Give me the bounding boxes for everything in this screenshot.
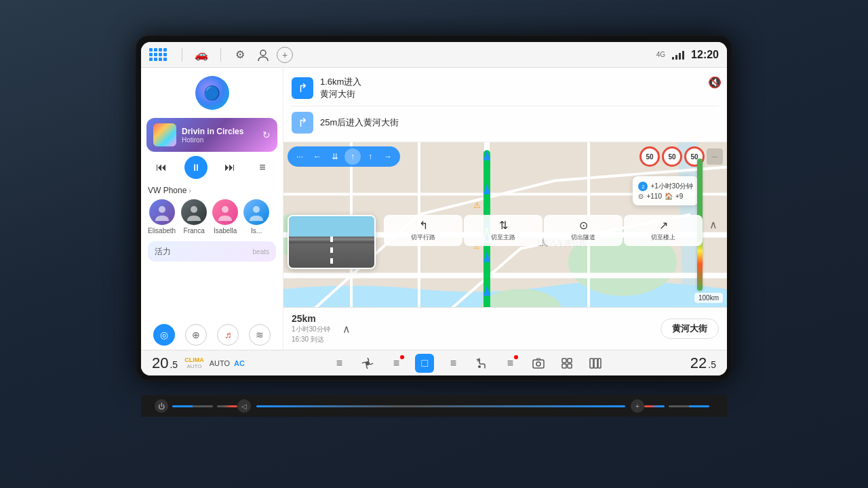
map-more-btn[interactable]: ··· — [292, 148, 308, 165]
nav-action-parallel[interactable]: ↰ 切平行路 — [384, 215, 462, 246]
speed-signs: 50 50 50 ··· — [639, 146, 723, 167]
driver-icon[interactable] — [254, 45, 273, 64]
svg-point-33 — [536, 362, 540, 366]
nav-panel: ↱ 1.6km进入 黄河大街 ↱ 25m后进入黄河大街 🔇 — [283, 68, 727, 350]
album-art — [153, 123, 176, 146]
route-control-bar[interactable]: ··· ← ⇊ ↑ ↑ → — [288, 146, 400, 167]
vitality-sub: beats — [253, 248, 269, 256]
divider1 — [182, 48, 182, 62]
contact-4[interactable]: Is... — [243, 199, 269, 235]
sync-icon[interactable]: ↻ — [262, 129, 271, 140]
vitality-section: 活力 beats — [148, 241, 276, 262]
auto-button[interactable]: AUTO — [210, 359, 230, 367]
beats-icon[interactable]: ♬ — [217, 324, 239, 346]
apps-grid-icon[interactable] — [149, 48, 167, 61]
contact-name: Franca — [184, 227, 205, 235]
svg-rect-37 — [568, 364, 572, 368]
nav-action-main[interactable]: ⇅ 切至主路 — [464, 215, 542, 246]
contact-elisabeth[interactable]: Elisabeth — [148, 199, 176, 235]
temp-right-value: 22 — [690, 354, 707, 372]
ac-button[interactable]: AC — [234, 359, 245, 367]
left-fan-slider[interactable] — [172, 405, 213, 407]
next-button[interactable]: ⏭ — [220, 158, 239, 177]
settings-icon[interactable]: ⚙ — [231, 45, 250, 64]
route-choice-popup[interactable]: 2 +1小时30分钟 ⊙ +110 🏠 +9 — [633, 176, 698, 205]
play-pause-button[interactable]: ⏸ — [184, 156, 208, 179]
divider2 — [220, 48, 221, 62]
expand-chevron[interactable]: ∧ — [337, 319, 356, 338]
speed-sign-2: 50 — [662, 146, 682, 167]
turn-left-btn[interactable]: ← — [309, 148, 326, 165]
main-slider[interactable] — [256, 405, 625, 407]
signal-text: 4G — [656, 51, 665, 58]
map-container[interactable]: ⚠ ⚠ 上海汽车博公园 W E N S ··· — [283, 142, 727, 307]
svg-point-2 — [191, 206, 197, 213]
menu-icon-4[interactable]: ≡ — [500, 354, 519, 373]
grid-icon-sys[interactable] — [557, 354, 576, 373]
svg-rect-39 — [594, 359, 597, 368]
clima-sub: AUTO — [186, 363, 201, 369]
route-option-row: 2 +1小时30分钟 — [638, 182, 693, 191]
contact-name: Is... — [251, 227, 262, 235]
add-widget-button[interactable]: + — [277, 47, 293, 63]
svg-point-31 — [478, 365, 481, 368]
right-btn[interactable]: → — [380, 148, 396, 165]
home-button[interactable]: □ — [415, 354, 434, 373]
up-btn[interactable]: ↑ — [344, 148, 361, 165]
volume-icon[interactable]: 🔇 — [708, 76, 722, 89]
eta-info: 25km 1小时30分钟 16:30 到达 — [292, 313, 330, 344]
turn-arrow-2: ↱ — [292, 112, 313, 134]
svg-point-3 — [222, 206, 229, 213]
svg-rect-35 — [568, 359, 572, 363]
nav-action-tunnel[interactable]: ⊙ 切出隧道 — [544, 215, 623, 246]
nav-action-ramp[interactable]: ↗ 切至楼上 — [624, 215, 703, 246]
menu-icon-2[interactable]: ≡ — [387, 354, 406, 373]
eta-clock: 16:30 到达 — [292, 335, 330, 344]
music-card[interactable]: Drivin in Circles Hotiron ↻ — [146, 118, 277, 152]
menu-icon-3[interactable]: ≡ — [443, 354, 462, 373]
vitality-label: 活力 — [155, 246, 171, 258]
temp-left: 20 .5 — [152, 354, 178, 372]
svg-point-4 — [253, 206, 260, 213]
prev-button[interactable]: ⏮ — [152, 158, 171, 177]
wifi-icon[interactable]: ⊕ — [185, 324, 207, 346]
location-icon[interactable]: ◎ — [153, 324, 175, 346]
power-icon[interactable]: ⏻ — [155, 399, 168, 413]
svg-rect-34 — [562, 359, 566, 363]
grid2-icon-sys[interactable] — [586, 354, 605, 373]
clima-label: CLIMA — [184, 357, 204, 363]
contact-isabella[interactable]: Isabella — [212, 199, 238, 235]
main-screen: 🚗 ⚙ + 4G 12:20 — [141, 42, 727, 375]
merge-btn[interactable]: ⇊ — [327, 148, 343, 165]
fan-icon[interactable] — [358, 354, 377, 373]
right-fan-slider[interactable] — [669, 405, 709, 407]
tunnel-icon: ⊙ — [579, 219, 588, 232]
temp-slider-left[interactable] — [217, 405, 237, 407]
contact-franca[interactable]: Franca — [181, 199, 207, 235]
phone-label[interactable]: VW Phone › — [148, 186, 276, 195]
music-controls: ⏮ ⏸ ⏭ ≡ — [141, 152, 283, 183]
svg-rect-36 — [562, 364, 566, 368]
ai-avatar[interactable]: 🔵 — [195, 76, 229, 110]
route-expand-btn[interactable]: ∧ — [704, 215, 723, 234]
svg-point-0 — [260, 50, 266, 56]
playlist-button[interactable]: ≡ — [253, 158, 272, 177]
plus-icon[interactable]: + — [631, 399, 644, 413]
speed-more[interactable]: ··· — [707, 148, 723, 165]
map-controls-top: ··· ← ⇊ ↑ ↑ → — [288, 146, 400, 167]
menu-icon-1[interactable]: ≡ — [330, 354, 349, 373]
up-alt-btn[interactable]: ↑ — [362, 148, 378, 165]
car-icon[interactable]: 🚗 — [192, 45, 211, 64]
left-arrow-icon[interactable]: ◁ — [237, 399, 251, 413]
direction-row-2: ↱ 25m后进入黄河大街 — [292, 109, 719, 136]
camera-icon[interactable] — [529, 354, 548, 373]
audio-icon[interactable]: ≋ — [249, 324, 271, 346]
turn-arrow-1: ↱ — [292, 77, 313, 99]
contact-avatar — [212, 199, 238, 225]
contact-avatar — [243, 199, 269, 225]
eta-time: 1小时30分钟 — [292, 325, 330, 334]
temp-slider-right[interactable] — [644, 405, 665, 407]
top-bar: 🚗 ⚙ + 4G 12:20 — [141, 42, 727, 68]
seat-heat-icon[interactable] — [472, 354, 491, 373]
top-bar-icons: 🚗 ⚙ + — [149, 45, 293, 64]
